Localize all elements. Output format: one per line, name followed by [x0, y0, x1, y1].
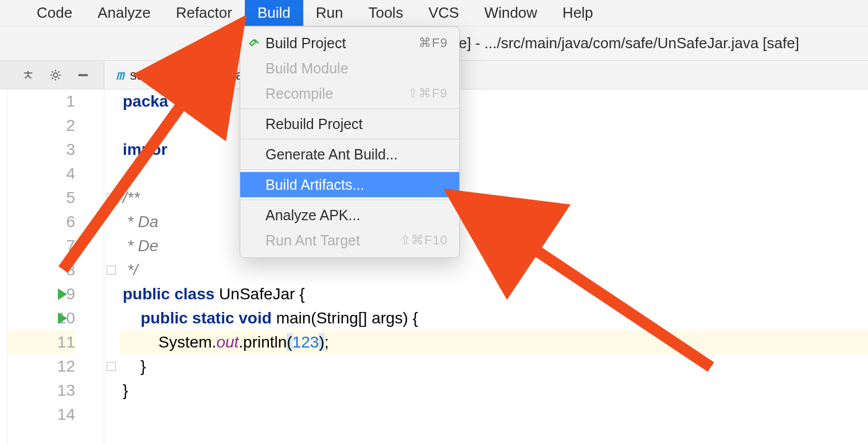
run-gutter-icon[interactable] [58, 313, 67, 324]
menu-item-label: Window [484, 4, 537, 22]
expand-settings-icon[interactable] [21, 68, 35, 82]
java-class-icon [192, 67, 204, 83]
code-token: main(String[] args) { [272, 309, 418, 327]
editor-tabs: msafe×UnSa [104, 61, 256, 89]
code-area[interactable]: packaimpor/** * Da * De */public class U… [119, 89, 868, 445]
gutter-line: 2 [8, 114, 75, 138]
hammer-icon [248, 37, 261, 49]
code-token: .println [238, 333, 287, 351]
gutter-line: 4 [8, 162, 75, 186]
menu-code[interactable]: Code [24, 0, 85, 26]
menu-item-label: Analyze [97, 4, 151, 22]
code-line[interactable]: System.out.println(123); [119, 330, 868, 354]
gutter-line: 7 [8, 234, 75, 258]
fold-open-icon[interactable] [107, 193, 116, 202]
menu-run[interactable]: Run [303, 0, 356, 26]
menu-item-analyze-apk[interactable]: Analyze APK... [240, 202, 459, 228]
code-line[interactable]: */ [119, 258, 868, 282]
menu-item-label: Refactor [176, 4, 232, 22]
code-line[interactable]: * Da [119, 210, 868, 234]
code-token: void [238, 309, 272, 327]
editor-tab[interactable]: msafe× [104, 61, 181, 89]
menu-separator [240, 139, 459, 139]
code-line[interactable]: packa [119, 89, 868, 114]
close-icon[interactable]: × [162, 68, 169, 81]
menu-help[interactable]: Help [550, 0, 605, 26]
code-token: impor [123, 140, 167, 158]
fold-strip [104, 89, 119, 445]
code-line[interactable] [119, 162, 868, 186]
code-token: * De [123, 237, 158, 255]
gutter-line: 1 [8, 89, 75, 114]
menu-item-label: Recompile [265, 85, 333, 102]
gutter-line: 5 [8, 186, 75, 210]
line-number: 3 [41, 138, 75, 162]
code-line[interactable] [119, 403, 868, 427]
code-token: ; [324, 333, 329, 351]
code-line[interactable]: } [119, 354, 868, 378]
code-token: ) [319, 333, 324, 351]
menu-item-recompile: Recompile⇧⌘F9 [240, 81, 459, 106]
code-line[interactable]: /** [119, 186, 868, 210]
menu-item-label: Rebuild Project [265, 116, 363, 132]
line-number: 6 [41, 210, 75, 234]
gear-icon[interactable] [49, 68, 62, 82]
gutter-line: 12 [8, 354, 75, 378]
code-line[interactable] [119, 114, 868, 138]
gutter-line: 9 [8, 282, 75, 306]
line-number: 13 [41, 378, 75, 403]
menu-item-label: Run [316, 4, 343, 22]
menu-window[interactable]: Window [472, 0, 550, 26]
hide-icon[interactable] [76, 68, 90, 82]
menu-item-label: Build Module [265, 60, 349, 77]
gutter-line: 11 [8, 330, 75, 354]
line-number: 2 [41, 114, 75, 138]
code-line[interactable]: } [119, 378, 868, 403]
menu-separator [240, 169, 459, 170]
code-token: public [123, 285, 170, 303]
run-gutter-icon[interactable] [58, 288, 67, 300]
code-line[interactable]: * De [119, 234, 868, 258]
code-token: System. [123, 333, 216, 351]
gutter-line: 10 [8, 306, 75, 330]
code-line[interactable]: impor [119, 138, 868, 162]
code-token: class [174, 285, 214, 303]
menu-build[interactable]: Build [245, 0, 303, 26]
menu-item-label: Build Project [265, 35, 346, 52]
editor-tab-label: safe [130, 67, 155, 83]
menu-tools[interactable]: Tools [355, 0, 416, 26]
fold-close-icon[interactable] [107, 362, 116, 371]
editor-left-strip [0, 89, 8, 445]
menu-item-build-module: Build Module [240, 56, 459, 81]
code-token [123, 309, 140, 327]
fold-close-icon[interactable] [107, 266, 116, 275]
line-number: 4 [41, 162, 75, 186]
code-token: out [216, 333, 238, 351]
menu-item-shortcut: ⌘F9 [419, 36, 448, 50]
menu-analyze[interactable]: Analyze [85, 0, 163, 26]
svg-point-0 [53, 73, 57, 77]
menu-item-build-project[interactable]: Build Project⌘F9 [240, 30, 459, 56]
code-token: } [123, 357, 146, 375]
code-token: 123 [292, 333, 319, 351]
code-line[interactable]: public class UnSafeJar { [119, 282, 868, 306]
menu-item-generate-ant-build[interactable]: Generate Ant Build... [240, 142, 459, 167]
gutter-line: 6 [8, 210, 75, 234]
code-token: UnSafeJar { [214, 285, 304, 303]
menu-vcs[interactable]: VCS [416, 0, 471, 26]
menu-item-label: Generate Ant Build... [265, 146, 398, 163]
code-token: */ [123, 261, 138, 279]
main-menubar: CodeAnalyzeRefactorBuildRunToolsVCSWindo… [0, 0, 868, 26]
menu-item-label: Tools [368, 4, 403, 22]
code-token: ( [287, 333, 292, 351]
menu-item-label: Code [37, 4, 72, 22]
menu-refactor[interactable]: Refactor [163, 0, 245, 26]
menu-item-label: Analyze APK... [265, 207, 360, 224]
module-icon: m [116, 67, 124, 83]
code-token: } [123, 381, 128, 399]
menu-item-rebuild-project[interactable]: Rebuild Project [240, 111, 459, 136]
line-number: 12 [41, 354, 75, 378]
gutter-line: 14 [8, 403, 75, 427]
code-line[interactable]: public static void main(String[] args) { [119, 306, 868, 330]
menu-item-build-artifacts[interactable]: Build Artifacts... [240, 172, 459, 197]
